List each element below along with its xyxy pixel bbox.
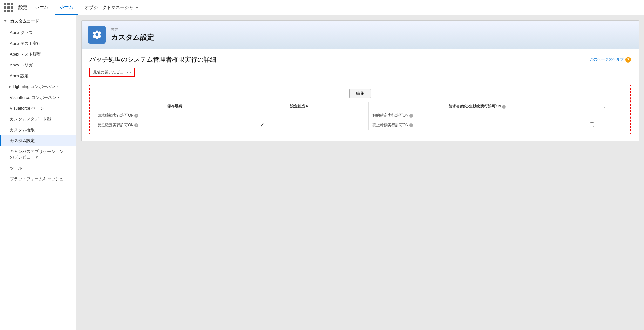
cell-empty-1: [342, 111, 368, 120]
checkmark-order-confirm: ✓: [260, 122, 264, 128]
sidebar-item-visualforce-page[interactable]: Visualforce ページ: [0, 103, 76, 114]
table-row-1: 請求締勧実行許可ON i 解約確定実: [94, 111, 627, 120]
sidebar: カスタムコード Apex クラス Apex テスト実行 Apex テスト履歴 A…: [0, 15, 76, 330]
sidebar-item-apex-class[interactable]: Apex クラス: [0, 27, 76, 38]
checkbox-billing-enable[interactable]: [604, 104, 608, 108]
page-header: 設定 カスタム設定: [82, 21, 639, 49]
help-icon: ?: [625, 57, 631, 63]
sidebar-item-apex-test-history[interactable]: Apex テスト履歴: [0, 49, 76, 60]
info-icon-3[interactable]: i: [502, 105, 506, 109]
main-layout: カスタムコード Apex クラス Apex テスト実行 Apex テスト履歴 A…: [0, 15, 644, 330]
sidebar-item-custom-metadata[interactable]: カスタムメタデータ型: [0, 114, 76, 125]
page-body: バッチ処理のシステム管理者権限実行の詳細 このページのヘルプ ? 最後に開いたビ…: [82, 49, 639, 141]
sidebar-item-label: Lightning コンポーネント: [13, 84, 59, 90]
content-panel: 設定 カスタム設定 バッチ処理のシステム管理者権限実行の詳細 このページのヘルプ…: [81, 20, 639, 141]
data-table: 保存場所 設定担当A 請求有効化·無効化実行許可ONi: [94, 102, 627, 130]
page-title: カスタム設定: [111, 33, 154, 42]
field5-label-text: 売上締勧実行許可ON: [372, 122, 409, 128]
sidebar-item-custom-settings[interactable]: カスタム設定: [0, 135, 76, 146]
cell-field1-checkbox: [256, 111, 342, 120]
content-area: 設定 カスタム設定 バッチ処理のシステム管理者権限実行の詳細 このページのヘルプ…: [76, 15, 644, 330]
cell-field2-label: 受注確定実行許可ON i: [94, 120, 256, 130]
edit-button[interactable]: 編集: [349, 89, 371, 98]
top-nav: 設定 ホーム ホーム オブジェクトマネージャ: [0, 0, 644, 15]
help-link-text: このページのヘルプ: [590, 57, 624, 62]
apps-grid-icon[interactable]: [4, 3, 13, 12]
checkbox-sales-締勧[interactable]: [590, 122, 594, 127]
chevron-right-icon: [9, 85, 11, 88]
cell-field5-label: 売上締勧実行許可ON i: [368, 120, 586, 130]
breadcrumb: 設定: [111, 27, 154, 32]
chevron-down-icon: [135, 7, 139, 9]
info-icon-5[interactable]: i: [409, 123, 413, 127]
cell-field2-checkmark: ✓: [256, 120, 342, 130]
col-header-field3: 請求有効化·無効化実行許可ONi: [368, 102, 586, 111]
data-table-wrapper: 編集 保存場所 設定担当A: [89, 85, 631, 134]
section-chevron-icon: [4, 20, 7, 23]
gear-icon: [92, 30, 102, 40]
cell-empty-2: [342, 120, 368, 130]
sidebar-item-apex-test-run[interactable]: Apex テスト実行: [0, 38, 76, 49]
field1-label-text: 請求締勧実行許可ON: [98, 113, 134, 118]
sidebar-item-platform-cache[interactable]: プラットフォームキャッシュ: [0, 174, 76, 184]
col-header-empty: [342, 102, 368, 111]
cell-field4-checkbox: [586, 111, 627, 120]
sidebar-item-apex-trigger[interactable]: Apex トリガ: [0, 60, 76, 71]
app-name: 設定: [18, 5, 27, 10]
checkbox-cancel-confirm[interactable]: [590, 113, 594, 117]
back-button-label: 最後に開いたビューへ: [93, 70, 131, 74]
nav-home[interactable]: ホーム: [30, 0, 53, 15]
section-title-row: バッチ処理のシステム管理者権限実行の詳細 このページのヘルプ ?: [89, 55, 631, 64]
nav-object-manager[interactable]: オブジェクトマネージャ: [79, 0, 144, 15]
cell-field5-checkbox: [586, 120, 627, 130]
sidebar-section-label: カスタムコード: [10, 18, 39, 24]
help-link[interactable]: このページのヘルプ ?: [590, 57, 631, 63]
sidebar-item-lightning-component[interactable]: Lightning コンポーネント: [0, 81, 76, 92]
edit-button-row: 編集: [94, 89, 627, 98]
back-button[interactable]: 最後に開いたビューへ: [89, 68, 135, 77]
section-title-text: バッチ処理のシステム管理者権限実行の詳細: [89, 55, 216, 64]
sidebar-item-visualforce-component[interactable]: Visualforce コンポーネント: [0, 92, 76, 103]
col-header-location: 保存場所: [94, 102, 256, 111]
info-icon-4[interactable]: i: [409, 114, 413, 118]
page-header-icon: [88, 26, 106, 44]
field4-label-text: 解約確定実行許可ON: [372, 113, 409, 118]
checkbox-billing-締勧[interactable]: [260, 113, 264, 117]
field2-label-text: 受注確定実行許可ON: [98, 122, 134, 128]
col-header-checkbox3: [586, 102, 627, 111]
info-icon-2[interactable]: i: [134, 123, 138, 127]
info-icon-1[interactable]: i: [134, 114, 138, 118]
sidebar-item-apex-settings[interactable]: Apex 設定: [0, 71, 76, 81]
nav-home-active[interactable]: ホーム: [55, 0, 78, 15]
sidebar-item-canvas-app[interactable]: キャンバスアプリケーションのプレビューア: [0, 146, 76, 163]
table-row-2: 受注確定実行許可ON i ✓ 売上締勧: [94, 120, 627, 130]
cell-field1-label: 請求締勧実行許可ON i: [94, 111, 256, 120]
sidebar-section-custom-code[interactable]: カスタムコード: [0, 15, 76, 27]
sidebar-item-custom-permission[interactable]: カスタム権限: [0, 125, 76, 135]
sidebar-item-tools[interactable]: ツール: [0, 163, 76, 174]
page-header-text: 設定 カスタム設定: [111, 27, 154, 42]
col-header-assignee: 設定担当A: [256, 102, 342, 111]
cell-field4-label: 解約確定実行許可ON i: [368, 111, 586, 120]
